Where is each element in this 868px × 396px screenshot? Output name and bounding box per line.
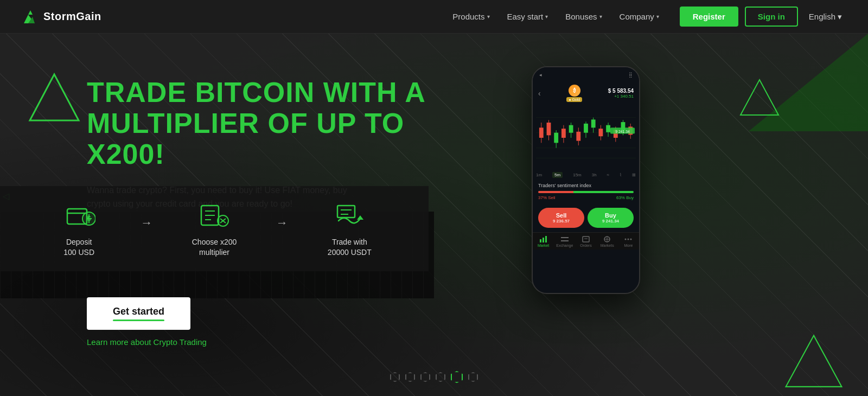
phone-mockup: ◂ ⣿ ‹ ₿ ● Gold $ 5 583.54 +1 340.51 <box>532 66 640 294</box>
easy-start-chevron-icon: ▾ <box>545 14 548 20</box>
sentiment-title: Traders' sentiment index <box>538 183 634 188</box>
svg-rect-35 <box>569 125 573 133</box>
svg-rect-56 <box>545 236 547 242</box>
register-button[interactable]: Register <box>680 7 738 27</box>
phone-nav-orders[interactable]: Orders <box>575 236 596 247</box>
markets-icon <box>603 236 611 242</box>
navbar: StormGain Products ▾ Easy start ▾ Bonuse… <box>0 0 868 34</box>
products-chevron-icon: ▾ <box>487 14 490 20</box>
page-dot-5[interactable] <box>451 371 463 383</box>
svg-marker-2 <box>30 74 79 120</box>
svg-rect-59 <box>583 237 589 242</box>
page-dot-4[interactable] <box>436 372 445 382</box>
step-trade: Trade with20000 USDT <box>292 199 407 258</box>
multiplier-icon <box>198 199 231 232</box>
svg-rect-33 <box>561 129 566 138</box>
stormgain-logo-icon <box>22 8 39 25</box>
phone-price-value: $ 5 583.54 <box>608 88 634 94</box>
phone-header: ‹ ₿ ● Gold $ 5 583.54 +1 340.51 <box>533 82 639 105</box>
nav-company[interactable]: Company ▾ <box>612 8 667 25</box>
phone-nav-more[interactable]: More <box>618 236 639 247</box>
logo-area[interactable]: StormGain <box>22 8 101 25</box>
market-icon <box>539 236 548 242</box>
svg-rect-54 <box>540 239 541 242</box>
sell-percentage: 37% Sell <box>538 195 556 200</box>
svg-marker-3 <box>786 336 842 387</box>
svg-rect-27 <box>539 127 544 138</box>
phone-trade-buttons: Sell 9 236.57 Buy 9 241.34 <box>533 203 639 232</box>
phone-price-display: $ 5 583.54 +1 340.51 <box>608 88 634 99</box>
trade-icon <box>333 199 366 232</box>
phone-status-bar: ◂ ⣿ <box>533 67 639 82</box>
corner-green-decoration <box>749 34 868 131</box>
brand-name: StormGain <box>43 10 101 23</box>
svg-marker-4 <box>741 80 778 115</box>
step-multiplier: Choose x200multiplier <box>157 199 271 258</box>
phone-sell-button[interactable]: Sell 9 236.57 <box>538 208 584 228</box>
learn-more-link[interactable]: Learn more about Crypto Trading <box>87 337 207 347</box>
nav-products[interactable]: Products ▾ <box>445 8 497 25</box>
phone-nav-markets[interactable]: Markets <box>597 236 618 247</box>
svg-rect-39 <box>584 124 588 133</box>
phone-buy-button[interactable]: Buy 9 241.34 <box>588 208 634 228</box>
sentiment-bar <box>538 191 634 193</box>
step-multiplier-label: Choose x200multiplier <box>192 237 237 258</box>
get-started-button[interactable]: Get started <box>87 297 190 330</box>
bitcoin-icon: ₿ <box>569 85 580 97</box>
page-dot-1[interactable] <box>390 372 400 382</box>
svg-rect-45 <box>606 125 610 132</box>
page-dot-2[interactable] <box>405 372 415 382</box>
deposit-icon: $ <box>63 199 95 232</box>
svg-point-64 <box>625 239 627 240</box>
step-deposit-label: Deposit100 USD <box>63 237 94 258</box>
candlestick-chart: 9 241.34 <box>536 107 636 168</box>
sentiment-labels: 37% Sell 63% Buy <box>538 195 634 200</box>
buy-percentage: 63% Buy <box>616 195 634 200</box>
phone-back-icon: ‹ <box>538 89 541 98</box>
deco-triangle-top-left <box>27 72 81 126</box>
phone-sentiment-section: Traders' sentiment index 37% Sell 63% Bu… <box>533 180 639 203</box>
svg-rect-55 <box>542 238 544 242</box>
pagination <box>390 371 478 383</box>
navbar-actions: Register Sign in English ▾ <box>680 7 846 27</box>
nav-bonuses[interactable]: Bonuses ▾ <box>558 8 609 25</box>
svg-text:9 241.34: 9 241.34 <box>615 130 630 133</box>
step-trade-label: Trade with20000 USDT <box>328 237 372 258</box>
svg-rect-18 <box>337 206 355 218</box>
svg-point-65 <box>628 239 629 240</box>
language-chevron-icon: ▾ <box>838 12 842 22</box>
sentiment-fill <box>538 191 634 193</box>
signin-button[interactable]: Sign in <box>745 7 798 27</box>
deco-triangle-bottom-right <box>781 331 846 396</box>
active-timeframe: 5m <box>552 172 563 178</box>
page-dot-6[interactable] <box>468 372 478 382</box>
svg-point-66 <box>630 239 632 240</box>
svg-rect-31 <box>554 133 558 143</box>
svg-rect-43 <box>598 129 603 136</box>
bonuses-chevron-icon: ▾ <box>599 14 602 20</box>
step-deposit: $ Deposit100 USD <box>22 199 136 258</box>
orders-icon <box>582 236 590 242</box>
phone-chart: 9 241.34 <box>533 105 639 170</box>
nav-easy-start[interactable]: Easy start ▾ <box>500 8 556 25</box>
language-selector[interactable]: English ▾ <box>805 8 846 26</box>
svg-rect-57 <box>561 237 569 238</box>
gold-badge: ● Gold <box>566 97 582 102</box>
phone-bottom-nav: Market Exchange Orders Markets <box>533 232 639 250</box>
phone-nav-exchange[interactable]: Exchange <box>554 236 575 247</box>
svg-marker-21 <box>357 215 363 220</box>
hero-headline: TRADE BITCOIN WITH A MULTIPLIER OF UP TO… <box>87 77 456 170</box>
more-icon <box>624 236 633 242</box>
phone-timeframes: 1m 5m 15m 3h ≈ ⌇ ⊞ <box>533 170 639 180</box>
hero-cta: Get started Learn more about Crypto Trad… <box>87 297 207 347</box>
svg-rect-58 <box>561 240 569 241</box>
hero-section: ◁ TRADE BITCOIN WITH A MULTIPLIER OF UP … <box>0 34 868 396</box>
svg-rect-41 <box>591 119 596 127</box>
page-dot-3[interactable] <box>420 372 430 382</box>
phone-price-change: +1 340.51 <box>608 94 634 99</box>
phone-nav-market[interactable]: Market <box>533 236 554 247</box>
svg-rect-29 <box>547 123 551 135</box>
arrow-1: → <box>141 216 152 241</box>
steps-bar: $ Deposit100 USD → Ch <box>0 186 429 271</box>
phone-coin-info: ₿ ● Gold <box>566 85 582 102</box>
